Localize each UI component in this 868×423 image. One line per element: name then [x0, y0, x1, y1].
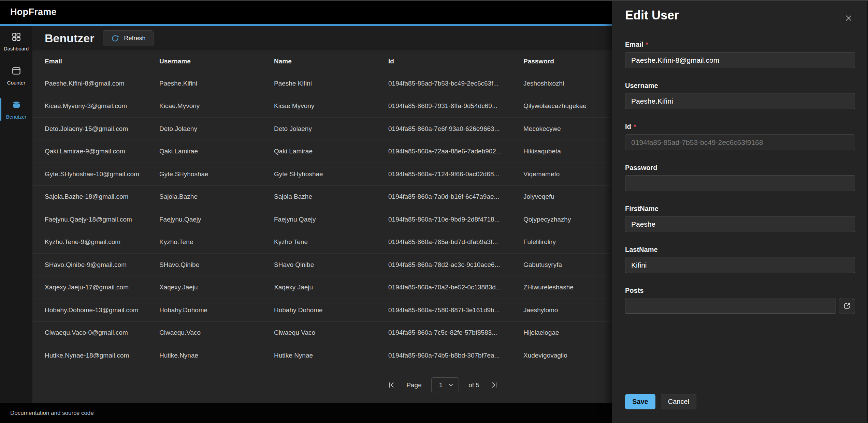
id-field-group: Id *	[625, 122, 855, 150]
refresh-button[interactable]: Refresh	[103, 30, 153, 46]
cell-email: Xaqexy.Jaeju-17@gmail.com	[45, 284, 159, 291]
cell-password: Qilywolaecazhugekae	[523, 102, 612, 110]
password-field-group: Password	[625, 164, 855, 191]
table-row[interactable]: Gyte.SHyhoshae-10@gmail.com Gyte.SHyhosh…	[32, 163, 612, 186]
cell-username: Gyte.SHyhoshae	[159, 170, 274, 178]
cell-email: SHavo.Qinibe-9@gmail.com	[45, 261, 159, 269]
edit-user-form: Email * Username Id * Pa	[625, 40, 855, 327]
table-row[interactable]: Deto.Jolaeny-15@gmail.com Deto.Jolaeny D…	[32, 118, 612, 140]
firstname-label: FirstName	[625, 205, 659, 213]
username-field[interactable]	[625, 93, 855, 109]
email-field[interactable]	[625, 52, 855, 68]
cell-username: Hutike.Nynae	[159, 352, 274, 359]
cancel-button[interactable]: Cancel	[661, 394, 696, 409]
cell-password: Viqemamefo	[523, 170, 612, 178]
chevron-down-icon	[448, 382, 454, 388]
cell-password: Xudevigovagilo	[523, 352, 612, 359]
cell-id: 0194fa85-860a-710e-9bd9-2d8f4718...	[388, 216, 523, 223]
grid-icon	[11, 32, 21, 43]
close-icon	[843, 13, 854, 23]
lastname-label: LastName	[625, 245, 658, 254]
close-button[interactable]	[841, 11, 856, 25]
last-page-button[interactable]	[489, 380, 500, 390]
posts-field[interactable]	[625, 298, 836, 314]
table-row[interactable]: Kyzho.Tene-9@gmail.com Kyzho.Tene Kyzho …	[32, 231, 612, 254]
cell-name: Faejynu Qaejy	[274, 216, 388, 223]
table-row[interactable]: Ciwaequ.Vaco-0@gmail.com Ciwaequ.Vaco Ci…	[32, 322, 612, 345]
table-row[interactable]: Faejynu.Qaejy-18@gmail.com Faejynu.Qaejy…	[32, 208, 612, 231]
email-field-group: Email *	[625, 40, 855, 68]
edit-user-panel: Edit User Email * Username	[612, 0, 868, 423]
firstname-field-group: FirstName	[625, 205, 855, 232]
table-row[interactable]: Xaqexy.Jaeju-17@gmail.com Xaqexy.Jaeju X…	[32, 276, 612, 299]
external-link-icon	[843, 302, 851, 310]
sidebar-item-dashboard[interactable]: Dashboard	[0, 29, 32, 54]
table-row[interactable]: SHavo.Qinibe-9@gmail.com SHavo.Qinibe SH…	[32, 254, 612, 276]
column-header-name: Name	[274, 58, 388, 65]
pagination: Page 1 of 5	[32, 377, 612, 393]
cell-password: Mecokecywe	[523, 125, 612, 133]
table-row[interactable]: Paeshe.Kifini-8@gmail.com Paeshe.Kifini …	[32, 72, 612, 95]
cell-id: 0194fa85-860a-74b5-b8bd-307bf7ea...	[388, 352, 523, 359]
cell-email: Kicae.Myvony-3@gmail.com	[45, 102, 159, 110]
table-row[interactable]: Hobahy.Dohome-13@gmail.com Hobahy.Dohome…	[32, 299, 612, 322]
password-label: Password	[625, 164, 657, 172]
database-icon	[11, 100, 21, 111]
cell-id: 0194fa85-860a-7124-9f66-0ac02d68...	[388, 170, 523, 178]
documentation-link[interactable]: Documentation and source code	[10, 410, 94, 417]
panel-title: Edit User	[625, 8, 679, 22]
firstname-field[interactable]	[625, 216, 855, 232]
accent-line	[0, 24, 612, 26]
cell-password: Jeshoshixozhi	[523, 80, 612, 87]
cell-name: Kicae Myvony	[274, 102, 388, 110]
current-page: 1	[439, 381, 443, 389]
cell-username: Kyzho.Tene	[159, 238, 274, 246]
cell-email: Ciwaequ.Vaco-0@gmail.com	[45, 329, 159, 336]
table-row[interactable]: Hutike.Nynae-18@gmail.com Hutike.Nynae H…	[32, 344, 612, 367]
first-page-button[interactable]	[386, 380, 397, 390]
cell-username: Sajola.Bazhe	[159, 193, 274, 200]
cell-id: 0194fa85-860a-785a-bd7d-dfab9a3f...	[388, 238, 523, 246]
sidebar: Dashboard Counter Benutzer	[0, 26, 32, 403]
id-label: Id	[625, 122, 631, 131]
cell-password: ZHiwureleshashe	[523, 284, 612, 291]
cell-password: Gabutusyryfa	[523, 261, 612, 269]
username-label: Username	[625, 81, 658, 90]
password-field[interactable]	[625, 175, 855, 191]
cell-id: 0194fa85-8609-7931-8ffa-9d54dc69...	[388, 102, 523, 110]
cell-id: 0194fa85-860a-72aa-88e6-7adeb902...	[388, 148, 523, 155]
posts-field-group: Posts	[625, 286, 855, 314]
cell-username: Hobahy.Dohome	[159, 306, 274, 314]
page-select[interactable]: 1	[431, 377, 459, 393]
cell-password: Jolyveqefu	[523, 193, 612, 200]
table-row[interactable]: Qaki.Lamirae-9@gmail.com Qaki.Lamirae Qa…	[32, 140, 612, 163]
active-indicator	[0, 98, 1, 121]
save-button[interactable]: Save	[625, 394, 655, 409]
refresh-label: Refresh	[124, 35, 145, 42]
users-table: Email Username Name Id Password Paeshe.K…	[32, 50, 612, 403]
cell-name: SHavo Qinibe	[274, 261, 388, 269]
app-window: HopFrame Dashboard Counter	[0, 0, 868, 423]
cell-username: Deto.Jolaeny	[159, 125, 274, 133]
open-posts-button[interactable]	[839, 298, 855, 314]
cell-username: SHavo.Qinibe	[159, 261, 274, 269]
cell-name: Sajola Bazhe	[274, 193, 388, 200]
cell-id: 0194fa85-860a-7a0d-b16f-6c47a9ae...	[388, 193, 523, 200]
column-header-username: Username	[159, 58, 274, 65]
cell-email: Hutike.Nynae-18@gmail.com	[45, 352, 159, 359]
sidebar-item-counter[interactable]: Counter	[0, 63, 32, 88]
sidebar-item-label: Dashboard	[4, 46, 29, 51]
cell-email: Faejynu.Qaejy-18@gmail.com	[45, 216, 159, 223]
username-field-group: Username	[625, 81, 855, 109]
refresh-icon	[111, 34, 119, 43]
page-header: Benutzer Refresh	[32, 26, 612, 50]
page-count-label: of 5	[468, 381, 479, 389]
column-header-password: Password	[523, 58, 612, 65]
cell-password: Fuleliliroliry	[523, 238, 612, 246]
table-row[interactable]: Sajola.Bazhe-18@gmail.com Sajola.Bazhe S…	[32, 186, 612, 209]
sidebar-item-benutzer[interactable]: Benutzer	[0, 97, 32, 122]
cell-id: 0194fa85-860a-78d2-ac3c-9c10ace6...	[388, 261, 523, 269]
cell-email: Kyzho.Tene-9@gmail.com	[45, 238, 159, 246]
lastname-field[interactable]	[625, 257, 855, 273]
table-row[interactable]: Kicae.Myvony-3@gmail.com Kicae.Myvony Ki…	[32, 95, 612, 118]
